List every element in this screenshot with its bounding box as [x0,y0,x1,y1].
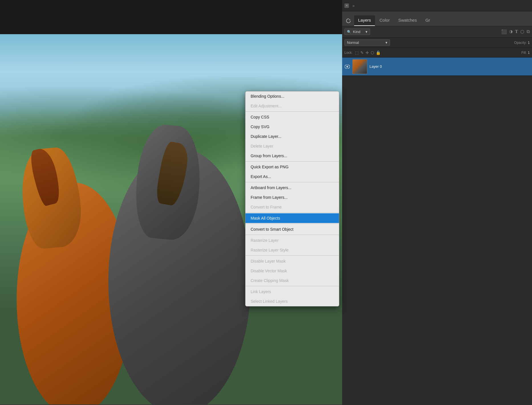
tab-layers[interactable]: Layers [354,15,375,26]
filter-icons-group: ⬛ ◑ T ⬡ ⧉ [501,29,530,34]
top-dark-bar [0,0,342,34]
context-menu-items: Blending Options...Edit Adjustment...Cop… [245,91,339,306]
lock-artboard-icon[interactable]: ✛ [366,50,369,55]
context-menu-item-rasterize-layer: Rasterize Layer [245,236,339,245]
fill-row: Fill: 1 [521,51,530,55]
fill-value[interactable]: 1 [528,51,530,55]
filter-type-icon[interactable]: T [515,29,518,34]
context-menu: Blending Options...Edit Adjustment...Cop… [245,91,339,306]
layers-filter-row: 🔍 Kind ▾ ⬛ ◑ T ⬡ ⧉ [342,26,532,38]
context-menu-divider [245,182,339,182]
lock-row: Lock: ⬚ ✎ ✛ ⬡ 🔒 Fill: 1 [342,48,532,58]
layers-panel: 🔍 Kind ▾ ⬛ ◑ T ⬡ ⧉ Normal ▾ [342,26,532,405]
layer-visibility-toggle[interactable] [344,64,350,69]
layer-item-layer0[interactable]: Layer 0 [342,58,532,76]
panel-close-button[interactable]: ✕ [344,3,349,8]
search-icon: 🔍 [347,30,351,34]
context-menu-item-delete-layer: Delete Layer [245,141,339,151]
context-menu-item-duplicate-layer[interactable]: Duplicate Layer... [245,132,339,141]
context-menu-item-create-clipping-mask: Create Clipping Mask [245,276,339,285]
context-menu-divider [245,255,339,256]
blend-mode-value: Normal [347,40,359,45]
context-menu-item-select-linked-layers: Select Linked Layers [245,296,339,306]
history-tab-button[interactable] [343,16,354,26]
fill-label: Fill: [521,51,527,55]
filter-dropdown-arrow: ▾ [366,30,367,34]
context-menu-item-export-as[interactable]: Export As... [245,172,339,181]
tabs-row: Layers Color Swatches Gr [342,11,532,26]
tab-swatches[interactable]: Swatches [394,15,421,26]
filter-adjustment-icon[interactable]: ◑ [509,29,513,34]
layer-thumbnail [352,59,367,74]
context-menu-divider [245,161,339,161]
filter-kind-label: Kind [353,30,360,34]
context-menu-item-artboard-from-layers[interactable]: Artboard from Layers... [245,183,339,193]
blend-mode-dropdown[interactable]: Normal ▾ [344,39,390,46]
lock-pixels-icon[interactable]: ⬚ [355,50,359,55]
context-menu-divider [245,224,339,224]
context-menu-item-blending-options[interactable]: Blending Options... [245,91,339,101]
opacity-value[interactable]: 1 [528,41,530,45]
layer-name: Layer 0 [369,64,382,69]
context-menu-item-rasterize-layer-style: Rasterize Layer Style [245,245,339,255]
tab-color[interactable]: Color [375,15,394,26]
lock-crop-icon[interactable]: ⬡ [371,50,374,55]
filter-kind-dropdown[interactable]: 🔍 Kind ▾ [344,28,370,35]
context-menu-item-group-from-layers[interactable]: Group from Layers... [245,151,339,161]
filter-shape-icon[interactable]: ⬡ [520,29,524,34]
opacity-label: Opacity: [514,41,527,45]
right-panel: ✕ » Layers Color Swatches Gr 🔍 Kind ▾ ⬛ [342,0,532,405]
context-menu-divider [245,235,339,235]
filter-pixel-icon[interactable]: ⬛ [501,29,507,34]
context-menu-divider [245,212,339,213]
context-menu-item-disable-layer-mask: Disable Layer Mask [245,256,339,266]
context-menu-divider [245,286,339,286]
lock-all-icon[interactable]: 🔒 [376,50,381,55]
layer-thumb-image [353,60,367,74]
context-menu-item-disable-vector-mask: Disable Vector Mask [245,266,339,276]
context-menu-divider [245,111,339,112]
svg-point-1 [346,66,348,68]
panel-expand-button[interactable]: » [351,3,356,8]
panel-topbar: ✕ » [342,0,532,11]
opacity-row: Opacity: 1 [514,41,530,45]
context-menu-item-frame-from-layers[interactable]: Frame from Layers... [245,193,339,202]
tab-gradients[interactable]: Gr [421,15,434,26]
blend-mode-arrow: ▾ [385,40,387,45]
context-menu-item-mask-all-objects[interactable]: Mask All Objects [245,213,339,223]
context-menu-item-link-layers: Link Layers [245,287,339,296]
blend-mode-row: Normal ▾ Opacity: 1 [342,38,532,48]
lock-position-icon[interactable]: ✎ [360,50,364,55]
context-menu-item-edit-adjustment: Edit Adjustment... [245,101,339,111]
context-menu-item-convert-to-smart-object[interactable]: Convert to Smart Object [245,224,339,234]
lock-label: Lock: [344,51,353,55]
lock-icons-group: ⬚ ✎ ✛ ⬡ 🔒 [355,50,381,55]
context-menu-item-quick-export-png[interactable]: Quick Export as PNG [245,162,339,172]
filter-smart-object-icon[interactable]: ⧉ [527,29,530,34]
context-menu-item-copy-css[interactable]: Copy CSS [245,112,339,122]
context-menu-item-copy-svg[interactable]: Copy SVG [245,122,339,132]
context-menu-item-convert-to-frame: Convert to Frame [245,202,339,212]
